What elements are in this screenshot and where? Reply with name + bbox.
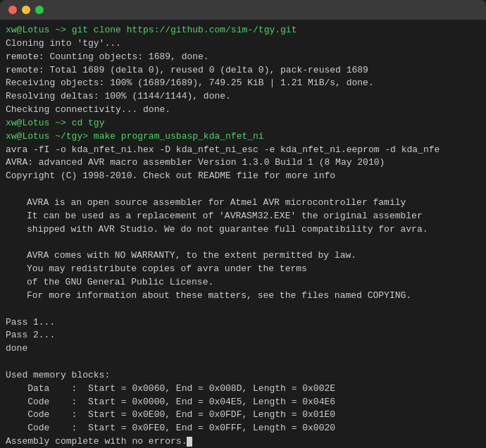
terminal-line: of the GNU General Public License. [6, 276, 480, 290]
terminal-line: AVRA: advanced AVR macro assembler Versi… [6, 156, 480, 170]
terminal-line: Resolving deltas: 100% (1144/1144), done… [6, 90, 480, 104]
close-button[interactable] [8, 6, 17, 14]
terminal-line: shipped with AVR Studio. We do not guara… [6, 223, 480, 237]
terminal-line: done [6, 342, 480, 356]
terminal-line: remote: Counting objects: 1689, done. [6, 51, 480, 64]
terminal-line [6, 356, 480, 369]
terminal-window: xw@Lotus ~> git clone https://github.com… [0, 0, 486, 448]
terminal-line: Cloning into 'tgy'... [6, 37, 480, 51]
terminal-line: Used memory blocks: [6, 369, 480, 382]
terminal-line [6, 303, 480, 316]
terminal-line: Data : Start = 0x0060, End = 0x008D, Len… [6, 382, 480, 396]
terminal-line: Pass 2... [6, 329, 480, 342]
maximize-button[interactable] [35, 6, 44, 14]
terminal-line: Code : Start = 0x0FE0, End = 0x0FFF, Len… [6, 422, 480, 435]
terminal-line: AVRA comes with NO WARRANTY, to the exte… [6, 249, 480, 263]
traffic-lights [8, 6, 44, 14]
terminal-body[interactable]: xw@Lotus ~> git clone https://github.com… [0, 20, 486, 448]
terminal-line: Pass 1... [6, 316, 480, 330]
terminal-line: It can be used as a replacement of 'AVRA… [6, 210, 480, 223]
prompt-text: xw@Lotus ~> [6, 118, 72, 128]
command-text: cd tgy [72, 118, 105, 128]
terminal-line: Copyright (C) 1998-2010. Check out READM… [6, 170, 480, 183]
terminal-line: Checking connectivity... done. [6, 104, 480, 117]
terminal-last-line: Assembly complete with no errors. [6, 435, 480, 448]
terminal-line: remote: Total 1689 (delta 0), reused 0 (… [6, 64, 480, 77]
terminal-line: You may redistribute copies of avra unde… [6, 263, 480, 276]
prompt-text: xw@Lotus ~> [6, 25, 72, 35]
terminal-line [6, 237, 480, 250]
terminal-cursor [187, 437, 192, 447]
command-text: git clone https://github.com/sim-/tgy.gi… [72, 25, 297, 35]
terminal-line: Receiving objects: 100% (1689/1689), 749… [6, 77, 480, 90]
terminal-line: AVRA is an open source assembler for Atm… [6, 197, 480, 210]
terminal-line: xw@Lotus ~> git clone https://github.com… [6, 24, 480, 37]
terminal-line: Code : Start = 0x0E00, End = 0x0FDF, Len… [6, 409, 480, 422]
prompt-text: xw@Lotus ~/tgy> [6, 131, 94, 142]
command-text: make program_usbasp_kda_nfet_ni [94, 131, 264, 142]
terminal-line: xw@Lotus ~/tgy> make program_usbasp_kda_… [6, 130, 480, 144]
terminal-line: Code : Start = 0x0000, End = 0x04E5, Len… [6, 396, 480, 409]
terminal-line: xw@Lotus ~> cd tgy [6, 117, 480, 130]
terminal-line: For more information about these matters… [6, 290, 480, 303]
terminal-line [6, 183, 480, 197]
terminal-line: avra -fI -o kda_nfet_ni.hex -D kda_nfet_… [6, 144, 480, 157]
titlebar [0, 0, 486, 20]
minimize-button[interactable] [22, 6, 30, 14]
